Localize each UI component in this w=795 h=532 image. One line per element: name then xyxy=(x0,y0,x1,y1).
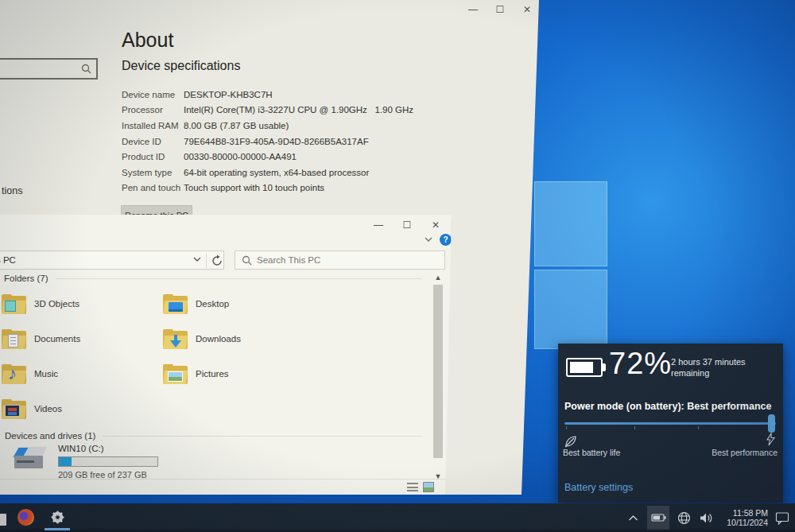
vertical-scrollbar[interactable]: ▲ ▼ xyxy=(432,272,444,482)
spec-label: Device ID xyxy=(122,137,184,146)
slider-tick xyxy=(566,426,567,429)
explorer-close-button[interactable]: ✕ xyxy=(428,218,444,232)
folder-label: Pictures xyxy=(196,369,229,379)
settings-minimize-button[interactable]: — xyxy=(465,2,481,17)
address-text: This PC xyxy=(0,255,16,265)
page-title: About xyxy=(122,29,173,52)
drive-usage-fill xyxy=(59,457,72,466)
firefox-icon[interactable] xyxy=(17,509,34,526)
best-battery-life-label: Best battery life xyxy=(563,448,620,457)
battery-flyout: 72% 2 hours 37 minutes remaining Power m… xyxy=(558,344,783,503)
active-app-indicator xyxy=(45,528,70,530)
network-globe-icon[interactable] xyxy=(676,506,692,530)
slider-tick xyxy=(634,426,635,429)
folder-pictures-icon xyxy=(163,364,188,384)
drives-section-header: Devices and drives (1) xyxy=(5,431,95,441)
folder-item-pictures[interactable]: Pictures xyxy=(163,356,324,391)
spec-label: Device name xyxy=(122,90,184,99)
divider xyxy=(56,278,421,279)
settings-maximize-button[interactable]: ☐ xyxy=(492,2,508,17)
spec-value: Intel(R) Core(TM) i3-3227U CPU @ 1.90GHz… xyxy=(184,105,413,115)
speaker-icon[interactable] xyxy=(698,506,714,530)
folder-label: Desktop xyxy=(196,299,229,309)
tray-battery-icon[interactable] xyxy=(647,506,669,530)
search-icon xyxy=(81,64,91,74)
section-title: Device specifications xyxy=(122,59,240,73)
spec-value: 00330-80000-00000-AA491 xyxy=(184,152,297,161)
folder-desktop-icon xyxy=(163,294,188,314)
refresh-icon[interactable] xyxy=(211,254,223,267)
spec-row: Installed RAM 8.00 GB (7.87 GB usable) xyxy=(122,118,413,134)
folder-documents-icon xyxy=(2,329,26,349)
device-specs-table: Device name DESKTOP-KHB3C7H Processor In… xyxy=(122,87,413,196)
power-mode-slider-handle[interactable] xyxy=(768,414,775,433)
divider xyxy=(206,253,207,268)
ribbon-expand-chevron-icon[interactable] xyxy=(424,236,433,243)
folder-item-downloads[interactable]: Downloads xyxy=(163,321,324,356)
settings-gear-icon[interactable] xyxy=(49,509,66,526)
folder-item-desktop[interactable]: Desktop xyxy=(163,286,324,321)
thumbnail-view-icon[interactable] xyxy=(423,482,434,492)
settings-close-button[interactable]: ✕ xyxy=(519,2,535,17)
folders-section-header: Folders (7) xyxy=(4,274,48,283)
action-center-icon[interactable] xyxy=(774,506,790,530)
folder-grid: 3D Objects Desktop Documents xyxy=(2,286,324,426)
spec-row: Pen and touch Touch support with 10 touc… xyxy=(122,181,413,196)
tray-clock[interactable]: 11:58 PM 10/11/2024 xyxy=(720,508,768,527)
list-view-icon[interactable] xyxy=(407,482,418,492)
battery-remaining-text: 2 hours 37 minutes remaining xyxy=(671,356,765,379)
sidebar-item-notifications[interactable]: tions xyxy=(2,185,22,196)
folder-label: Videos xyxy=(34,404,62,414)
folder-item-documents[interactable]: Documents xyxy=(2,321,163,356)
battery-settings-link[interactable]: Battery settings xyxy=(564,482,633,493)
spec-label: Pen and touch xyxy=(122,183,184,192)
spec-row: System type 64-bit operating system, x64… xyxy=(122,165,413,181)
folder-label: Music xyxy=(34,369,58,379)
spec-row: Product ID 00330-80000-00000-AA491 xyxy=(122,149,413,165)
spec-value: 64-bit operating system, x64-based proce… xyxy=(184,168,369,177)
spec-label: Processor xyxy=(122,105,184,115)
spec-value: 79E644B8-31F9-405A-9D4D-8266B5A317AF xyxy=(184,137,369,146)
help-icon[interactable]: ? xyxy=(440,234,452,246)
folder-music-icon: ♪ xyxy=(2,364,26,384)
clock-date: 10/11/2024 xyxy=(720,518,768,527)
taskbar: 11:58 PM 10/11/2024 xyxy=(0,503,795,532)
wallpaper-windows-logo-pane xyxy=(534,181,607,266)
collapse-chevron-icon[interactable] xyxy=(0,433,1,439)
hard-drive-icon xyxy=(14,447,46,471)
wallpaper-windows-logo-pane xyxy=(534,270,607,349)
screen: — ☐ ✕ tions About Device specifications … xyxy=(0,0,795,532)
best-performance-label: Best performance xyxy=(712,448,778,457)
leaf-icon xyxy=(564,435,577,448)
address-bar[interactable]: This PC xyxy=(0,250,224,270)
battery-icon xyxy=(566,358,603,377)
folder-label: Documents xyxy=(34,334,80,344)
folder-item-music[interactable]: ♪ Music xyxy=(2,356,163,391)
folder-item-3d-objects[interactable]: 3D Objects xyxy=(2,286,163,321)
scroll-up-icon[interactable]: ▲ xyxy=(432,272,444,283)
battery-fill xyxy=(570,362,593,373)
folder-videos-icon xyxy=(2,399,26,419)
search-icon xyxy=(242,255,252,266)
scrollbar-thumb[interactable] xyxy=(433,285,443,458)
explorer-maximize-button[interactable]: ☐ xyxy=(399,218,415,232)
spec-label: System type xyxy=(122,168,184,177)
clock-time: 11:58 PM xyxy=(720,508,768,518)
explorer-status-bar xyxy=(0,479,452,495)
address-dropdown-chevron-icon[interactable] xyxy=(192,256,202,263)
settings-search-input[interactable] xyxy=(0,58,98,80)
battery-percent: 72% xyxy=(609,347,672,381)
file-explorer-window: — ☐ ✕ ? This PC xyxy=(0,215,452,495)
folder-item-videos[interactable]: Videos xyxy=(2,391,163,426)
explorer-search[interactable] xyxy=(235,250,445,270)
tray-expand-chevron-icon[interactable] xyxy=(625,506,641,530)
lightning-icon xyxy=(765,433,776,446)
spec-value: 8.00 GB (7.87 GB usable) xyxy=(184,121,289,130)
slider-tick xyxy=(698,426,699,429)
explorer-minimize-button[interactable]: — xyxy=(370,218,386,232)
taskbar-app-icon-partial[interactable] xyxy=(0,514,6,526)
folder-label: Downloads xyxy=(196,334,241,344)
power-mode-slider-track[interactable] xyxy=(564,422,776,425)
explorer-search-input[interactable] xyxy=(257,255,416,265)
spec-value: Touch support with 10 touch points xyxy=(184,183,324,192)
